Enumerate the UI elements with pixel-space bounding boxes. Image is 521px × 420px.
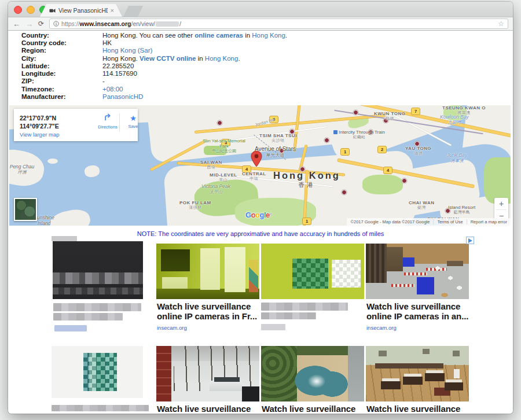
- ad-caption[interactable]: Watch live surveillanceonline IP cameras…: [366, 301, 468, 321]
- ad-tile[interactable]: Watch live surveillance: [156, 346, 259, 414]
- adchoices-icon[interactable]: [466, 237, 474, 244]
- detail-row: Latitude:22.285520: [8, 62, 513, 69]
- detail-text: Hong Kong.: [102, 55, 140, 62]
- save-button[interactable]: ★ Save: [122, 113, 145, 129]
- detail-text: HK: [102, 39, 112, 46]
- route-shield: 2: [377, 146, 387, 153]
- map-park: [484, 157, 511, 204]
- zoom-in-button[interactable]: +: [494, 198, 508, 209]
- map-label: TSEUNG KWAN O將軍澳: [442, 105, 486, 115]
- ad-image-green-hallway[interactable]: [156, 244, 259, 299]
- map-islet: [84, 164, 101, 178]
- ad-image-pool[interactable]: [261, 346, 364, 401]
- blurred-link: [261, 324, 285, 330]
- browser-tab[interactable]: View PanasonicHD camera in ×: [40, 4, 122, 17]
- detail-text: in: [196, 55, 205, 62]
- detail-text: 114.157690: [102, 70, 137, 77]
- satellite-view-toggle[interactable]: [14, 198, 37, 221]
- ad-caption[interactable]: Watch live surveillance: [262, 404, 355, 414]
- station-marker-icon: [353, 110, 358, 115]
- route-shield: 7: [411, 108, 420, 115]
- detail-text: .: [285, 32, 287, 39]
- forward-button[interactable]: →: [25, 20, 33, 28]
- url-host: www.insecam.org: [80, 20, 131, 27]
- station-marker-icon: [342, 190, 347, 195]
- camera-thumb-blurred[interactable]: [52, 236, 155, 334]
- map-label: KWUN TONG觀塘: [374, 111, 406, 121]
- new-tab-button[interactable]: [123, 6, 143, 17]
- map-label: TSIM SHA TSUI尖沙咀: [259, 133, 297, 143]
- detail-link[interactable]: Hong Kong (Sar): [102, 47, 152, 54]
- detail-link[interactable]: View CCTV online: [140, 55, 196, 62]
- ad-caption[interactable]: Watch live surveillance: [157, 404, 251, 414]
- route-shield: 1: [340, 148, 350, 156]
- ad-image-cafeteria[interactable]: [366, 346, 469, 401]
- report-map-error-link[interactable]: Report a map error: [467, 219, 511, 224]
- ad-tile[interactable]: Watch live surveillanceonline IP cameras…: [366, 236, 469, 334]
- google-logo[interactable]: Google: [245, 211, 270, 219]
- ad-link[interactable]: insecam.org: [157, 325, 187, 331]
- minimize-window-button[interactable]: [27, 6, 35, 14]
- ad-tile[interactable]: Watch live surveillance: [261, 346, 364, 414]
- ad-caption[interactable]: Watch live surveillanceonline IP cameras…: [157, 301, 257, 321]
- pixelated-blob: [292, 259, 328, 289]
- page-info-icon[interactable]: [53, 21, 59, 27]
- blurred-camera-image[interactable]: [261, 244, 364, 299]
- card-divider: [119, 113, 120, 132]
- detail-text: -: [102, 78, 105, 84]
- map-label: CHAI WAN柴灣: [409, 200, 434, 210]
- detail-link[interactable]: +08:00: [102, 86, 123, 93]
- ad-image-snow-car[interactable]: [156, 346, 259, 401]
- site-favicon-icon: [49, 8, 56, 14]
- tab-strip: View PanasonicHD camera in ×: [8, 2, 513, 17]
- camera-thumb-blurred[interactable]: [52, 346, 155, 414]
- detail-text: Hong Kong. You can see other: [102, 32, 195, 39]
- map-park: [362, 175, 403, 194]
- directions-button[interactable]: Directions: [96, 113, 119, 130]
- google-map-embed[interactable]: Jordan RdTSIM SHA TSUI尖沙咀Intercity Throu…: [9, 105, 511, 226]
- map-label: POK FU LAM薄扶林: [179, 200, 211, 210]
- map-pin-marker[interactable]: [250, 150, 263, 170]
- map-label: Victoria Peak太平山: [201, 184, 230, 194]
- detail-value: 114.157690: [102, 70, 137, 77]
- camera-thumb-blurred[interactable]: [261, 236, 364, 334]
- terms-of-use-link[interactable]: Terms of Use: [433, 219, 466, 224]
- station-marker-icon: [217, 120, 222, 126]
- detail-row: City:Hong Kong. View CCTV online in Hong…: [8, 54, 513, 62]
- detail-value: +08:00: [102, 86, 123, 93]
- close-window-button[interactable]: [14, 6, 22, 14]
- detail-link[interactable]: Hong Kong: [252, 32, 285, 39]
- detail-link[interactable]: online cameras: [195, 32, 243, 39]
- back-button[interactable]: ←: [13, 20, 20, 28]
- detail-label: Manufacturer:: [8, 93, 102, 100]
- blurred-caption: [261, 303, 348, 311]
- ad-tile[interactable]: Watch live surveillance: [366, 346, 469, 414]
- ad-image-dog-daycare[interactable]: [366, 244, 469, 299]
- detail-label: Latitude:: [8, 62, 102, 69]
- ad-link[interactable]: insecam.org: [366, 325, 397, 331]
- blurred-link: [54, 325, 87, 331]
- bookmark-star-icon[interactable]: ☆: [498, 20, 504, 27]
- detail-row: Timezone:+08:00: [8, 85, 513, 93]
- detail-link[interactable]: PanasonicHD: [102, 93, 143, 100]
- map-info-card: 22°17'07.9"N 114°09'27.7"E Directions ★ …: [14, 109, 138, 141]
- blurred-caption: [261, 312, 316, 319]
- url-scheme: https://: [61, 20, 80, 27]
- ad-caption[interactable]: Watch live surveillance: [366, 404, 460, 414]
- detail-row: Country:Hong Kong. You can see other onl…: [8, 31, 513, 39]
- map-label: Sun Yat-sen Memorial Park中山紀念公園: [203, 139, 245, 153]
- view-larger-map-link[interactable]: View larger map: [20, 131, 59, 138]
- address-bar[interactable]: https://www.insecam.org/en/view// ☆: [49, 19, 508, 29]
- detail-row: Region:Hong Kong (Sar): [8, 47, 513, 54]
- blurred-camera-image[interactable]: [52, 346, 143, 398]
- ad-tile[interactable]: Watch live surveillanceonline IP cameras…: [156, 236, 259, 334]
- tab-close-icon[interactable]: ×: [111, 8, 114, 14]
- reload-button[interactable]: ⟳: [38, 20, 44, 27]
- route-shield: 4: [383, 167, 392, 174]
- map-copyright: ©2017 Google - Map data ©2017 Google: [347, 219, 433, 224]
- blurred-camera-image[interactable]: [53, 241, 143, 299]
- blurred-caption: [53, 313, 123, 320]
- detail-link[interactable]: Hong Kong: [205, 55, 239, 62]
- blurred-caption: [53, 303, 141, 311]
- map-label: Intercity Through Train紅磡站: [333, 130, 385, 139]
